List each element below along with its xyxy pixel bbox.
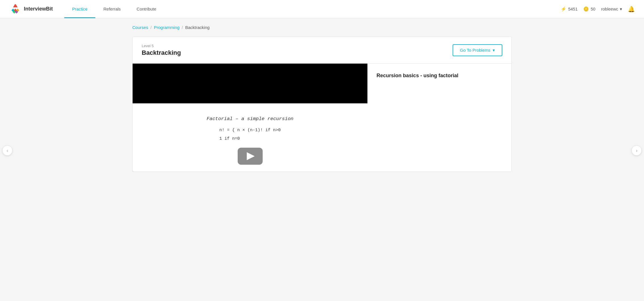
video-section: Factorial – a simple recursion n! = { n …	[133, 64, 511, 172]
video-info-panel: Recursion basics - using factorial	[367, 64, 511, 172]
formula-line1: n! = { n × (n-1)! if n>0	[219, 128, 281, 133]
breadcrumb-programming[interactable]: Programming	[154, 25, 179, 30]
chevron-right-icon: ›	[636, 148, 637, 154]
nav-practice[interactable]: Practice	[64, 0, 95, 18]
nav-contribute[interactable]: Contribute	[129, 0, 164, 18]
svg-rect-1	[12, 7, 18, 9]
svg-point-2	[14, 3, 16, 4]
header-right: ⚡ 5451 🪙 50 robleewc ▾ 🔔	[561, 6, 635, 12]
username: robleewc	[601, 7, 618, 11]
card-header: Level 5 Backtracking Go To Problems ▾	[133, 37, 511, 64]
topic-info: Level 5 Backtracking	[142, 44, 181, 57]
main-content: Courses / Programming / Backtracking Lev…	[123, 18, 521, 179]
main-header: InterviewBit Practice Referrals Contribu…	[0, 0, 644, 18]
prev-arrow[interactable]: ‹	[2, 145, 12, 156]
coin-stat: 🪙 50	[583, 6, 595, 12]
coin-icon: 🪙	[583, 6, 589, 12]
chevron-left-icon: ‹	[7, 148, 8, 154]
play-button[interactable]	[238, 148, 263, 165]
level-label: Level 5	[142, 44, 181, 48]
breadcrumb-sep-2: /	[182, 25, 183, 30]
bolt-value: 5451	[568, 7, 578, 11]
main-nav: Practice Referrals Contribute	[64, 0, 561, 18]
video-title: Recursion basics - using factorial	[377, 73, 502, 79]
breadcrumb-current: Backtracking	[185, 25, 210, 30]
topic-title: Backtracking	[142, 49, 181, 57]
bolt-icon: ⚡	[561, 6, 566, 12]
go-to-problems-button[interactable]: Go To Problems ▾	[453, 44, 502, 56]
dropdown-arrow-icon: ▾	[493, 48, 495, 53]
logo-text: InterviewBit	[24, 6, 53, 12]
nav-referrals[interactable]: Referrals	[95, 0, 129, 18]
whiteboard-heading: Factorial – a simple recursion	[207, 116, 294, 122]
breadcrumb: Courses / Programming / Backtracking	[132, 25, 512, 30]
user-dropdown-arrow: ▾	[620, 7, 622, 12]
logo-icon	[9, 3, 22, 15]
bell-icon[interactable]: 🔔	[628, 6, 635, 12]
content-card: Level 5 Backtracking Go To Problems ▾ Fa…	[132, 37, 512, 172]
next-arrow[interactable]: ›	[632, 145, 642, 156]
go-to-problems-label: Go To Problems	[460, 48, 490, 53]
formula-line2: 1 if n=0	[219, 136, 240, 141]
play-triangle-icon	[247, 152, 255, 160]
breadcrumb-courses[interactable]: Courses	[132, 25, 148, 30]
coin-value: 50	[591, 7, 595, 11]
video-player[interactable]: Factorial – a simple recursion n! = { n …	[133, 64, 367, 172]
user-menu[interactable]: robleewc ▾	[601, 7, 622, 12]
bolt-stat: ⚡ 5451	[561, 6, 578, 12]
video-whiteboard: Factorial – a simple recursion n! = { n …	[133, 103, 367, 172]
logo-link[interactable]: InterviewBit	[9, 3, 53, 15]
whiteboard-formula: n! = { n × (n-1)! if n>0 1 if n=0	[219, 126, 281, 143]
video-black-area	[133, 64, 367, 103]
breadcrumb-sep-1: /	[150, 25, 152, 30]
